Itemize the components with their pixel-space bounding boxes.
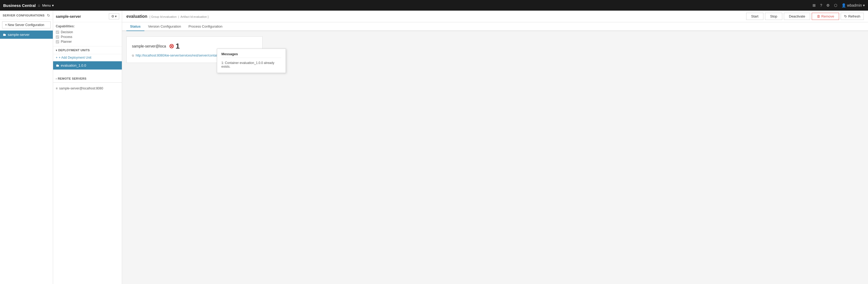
home-icon[interactable]: ⌂ bbox=[38, 3, 40, 7]
sidebar-refresh-icon[interactable]: ↻ bbox=[47, 13, 50, 18]
deployment-arrow-icon: ▾ bbox=[56, 49, 57, 52]
server-status-card: sample-server@loca ⊗ 1 ⧉ http://localhos… bbox=[126, 36, 262, 63]
deployment-item-label: evaluation_1.0.0 bbox=[61, 63, 86, 67]
capability-planner: Planner bbox=[56, 39, 119, 44]
remote-server-icon: ≡ bbox=[56, 87, 58, 90]
dropdown-arrow-icon: ▾ bbox=[115, 14, 117, 18]
deployment-units-label: DEPLOYMENT UNITS bbox=[58, 49, 90, 52]
menu-button[interactable]: Menu ▾ bbox=[42, 3, 54, 7]
gear-icon[interactable]: ⚙ bbox=[826, 3, 830, 7]
error-circle-icon: ⊗ bbox=[169, 42, 174, 50]
capabilities-label: Capabilities: bbox=[56, 24, 119, 28]
package-icon[interactable]: ⬡ bbox=[834, 3, 837, 7]
gear-icon: ⚙ bbox=[111, 14, 115, 18]
capabilities-section: Capabilities: Decision Process Planner bbox=[53, 22, 122, 46]
apps-icon[interactable]: ⊞ bbox=[812, 3, 816, 7]
middle-panel: sample-server ⚙ ▾ Capabilities: Decision… bbox=[53, 11, 122, 284]
folder-icon: 🖿 bbox=[3, 33, 6, 37]
remote-servers-arrow-icon: › bbox=[56, 77, 57, 80]
main-content: evaluation [ Group Id:evaluation | Artif… bbox=[122, 11, 868, 284]
sidebar-header: SERVER CONFIGURATIONS ↻ bbox=[0, 11, 53, 20]
navbar: Business Central ⌂ Menu ▾ ⊞ ? ⚙ ⬡ 👤 wbad… bbox=[0, 0, 868, 11]
help-icon[interactable]: ? bbox=[820, 3, 822, 7]
server-name-text: sample-server@loca bbox=[132, 44, 166, 48]
remove-button[interactable]: 🗑 Remove bbox=[812, 13, 839, 20]
sidebar-item-label: sample-server bbox=[8, 33, 29, 37]
content-title-area: evaluation [ Group Id:evaluation | Artif… bbox=[126, 14, 209, 19]
main-layout: SERVER CONFIGURATIONS ↻ + New Server Con… bbox=[0, 11, 868, 284]
decision-checkbox bbox=[56, 31, 59, 34]
error-count: 1 bbox=[176, 42, 180, 51]
add-unit-label: + Add Deployment Unit bbox=[59, 56, 91, 59]
remote-server-item: ≡ sample-server@localhost:8080 bbox=[56, 85, 119, 92]
decision-label: Decision bbox=[61, 30, 73, 34]
add-icon: + bbox=[56, 56, 58, 59]
capability-decision: Decision bbox=[56, 30, 119, 34]
server-name-row: sample-server@loca ⊗ 1 bbox=[132, 42, 180, 51]
process-label: Process bbox=[61, 35, 72, 39]
tab-process-config[interactable]: Process Configuration bbox=[185, 22, 226, 31]
process-checkbox bbox=[56, 35, 59, 39]
server-config-sidebar: SERVER CONFIGURATIONS ↻ + New Server Con… bbox=[0, 11, 53, 284]
stop-button[interactable]: Stop bbox=[765, 13, 782, 20]
refresh-button[interactable]: ↻ Refresh bbox=[841, 13, 864, 20]
status-area: sample-server@loca ⊗ 1 ⧉ http://localhos… bbox=[122, 31, 868, 284]
middle-server-name: sample-server bbox=[56, 14, 81, 19]
tab-version-config[interactable]: Version Configuration bbox=[145, 22, 185, 31]
trash-icon: 🗑 bbox=[817, 14, 820, 18]
remote-servers-section: ≡ sample-server@localhost:8080 bbox=[53, 83, 122, 94]
deployment-folder-icon: 🖿 bbox=[56, 63, 59, 67]
server-gear-dropdown[interactable]: ⚙ ▾ bbox=[109, 13, 119, 20]
refresh-icon: ↻ bbox=[844, 14, 847, 18]
copy-icon[interactable]: ⧉ bbox=[132, 54, 134, 57]
message-item-0: 1: Container evaluation_1.0.0 already ex… bbox=[221, 60, 281, 69]
planner-checkbox bbox=[56, 40, 59, 43]
deployment-units-section-header[interactable]: ▾ DEPLOYMENT UNITS bbox=[53, 46, 122, 54]
content-meta: [ Group Id:evaluation | Artifact Id:eval… bbox=[150, 15, 208, 18]
remote-servers-section-header[interactable]: › REMOTE SERVERS bbox=[53, 75, 122, 83]
messages-title: Messages bbox=[221, 52, 281, 58]
user-menu[interactable]: 👤 wbadmin ▾ bbox=[841, 3, 865, 7]
content-header: evaluation [ Group Id:evaluation | Artif… bbox=[122, 11, 868, 22]
remote-servers-label: REMOTE SERVERS bbox=[58, 77, 87, 80]
navbar-right: ⊞ ? ⚙ ⬡ 👤 wbadmin ▾ bbox=[812, 3, 865, 7]
error-badge: ⊗ 1 bbox=[169, 42, 180, 51]
sidebar-title: SERVER CONFIGURATIONS bbox=[3, 14, 44, 17]
action-buttons: Start Stop Deactivate 🗑 Remove ↻ Refresh bbox=[746, 13, 864, 20]
tab-status[interactable]: Status bbox=[126, 22, 145, 31]
capability-process: Process bbox=[56, 34, 119, 39]
start-button[interactable]: Start bbox=[746, 13, 764, 20]
planner-label: Planner bbox=[61, 40, 72, 43]
deployment-item-evaluation[interactable]: 🖿 evaluation_1.0.0 bbox=[53, 61, 122, 69]
app-brand: Business Central bbox=[3, 3, 36, 8]
deactivate-button[interactable]: Deactivate bbox=[784, 13, 810, 20]
content-tabs: Status Version Configuration Process Con… bbox=[122, 22, 868, 31]
middle-header: sample-server ⚙ ▾ bbox=[53, 11, 122, 22]
content-title: evaluation bbox=[126, 14, 147, 19]
add-deployment-unit-button[interactable]: + + Add Deployment Unit bbox=[53, 54, 122, 61]
new-server-config-button[interactable]: + New Server Configuration bbox=[2, 22, 51, 28]
messages-popup: Messages 1: Container evaluation_1.0.0 a… bbox=[217, 49, 286, 73]
sidebar-item-sample-server[interactable]: 🖿 sample-server bbox=[0, 31, 53, 39]
remote-server-label: sample-server@localhost:8080 bbox=[59, 87, 103, 90]
